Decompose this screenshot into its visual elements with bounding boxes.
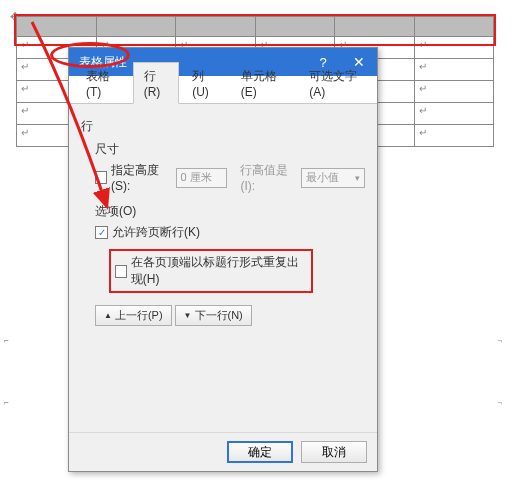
tab-table[interactable]: 表格(T) xyxy=(75,62,131,103)
tab-row[interactable]: 行(R) xyxy=(133,62,180,104)
tab-cell[interactable]: 单元格(E) xyxy=(230,62,297,103)
row-height-mode-dropdown[interactable]: 最小值 xyxy=(301,168,365,188)
table-cell[interactable] xyxy=(17,17,97,37)
page-corner: ¬ xyxy=(497,398,502,407)
page-corner: ¬ xyxy=(497,336,502,345)
page-corner: ⌐ xyxy=(4,336,9,345)
size-label: 尺寸 xyxy=(95,141,365,158)
specify-height-label: 指定高度(S): xyxy=(111,162,172,193)
ok-button[interactable]: 确定 xyxy=(227,441,293,463)
repeat-header-checkbox[interactable] xyxy=(115,265,127,278)
next-row-button[interactable]: ▼下一行(N) xyxy=(175,305,252,326)
row-height-is-label: 行高值是(I): xyxy=(240,162,296,193)
dialog-content: 行 尺寸 指定高度(S): 0 厘米 行高值是(I): 最小值 选项(O) ✓ … xyxy=(69,104,377,432)
allow-break-checkbox[interactable]: ✓ xyxy=(95,226,108,239)
row-section-label: 行 xyxy=(81,118,365,135)
page-corner: ⌐ xyxy=(4,398,9,407)
tab-column[interactable]: 列(U) xyxy=(181,62,228,103)
dialog-footer: 确定 取消 xyxy=(69,432,377,471)
table-properties-dialog: 表格属性 ? ✕ 表格(T) 行(R) 列(U) 单元格(E) 可选文字(A) … xyxy=(68,47,378,472)
prev-row-button[interactable]: ▲上一行(P) xyxy=(95,305,172,326)
allow-break-label: 允许跨页断行(K) xyxy=(112,224,200,241)
tab-strip: 表格(T) 行(R) 列(U) 单元格(E) 可选文字(A) xyxy=(69,76,377,104)
down-triangle-icon: ▼ xyxy=(184,311,192,320)
annotation-repeat-header-highlight: 在各页顶端以标题行形式重复出现(H) xyxy=(109,249,313,293)
up-triangle-icon: ▲ xyxy=(104,311,112,320)
tab-alt-text[interactable]: 可选文字(A) xyxy=(298,62,375,103)
options-label: 选项(O) xyxy=(95,203,365,220)
height-spinner[interactable]: 0 厘米 xyxy=(176,168,227,188)
cancel-button[interactable]: 取消 xyxy=(301,441,367,463)
specify-height-checkbox[interactable] xyxy=(95,171,107,184)
repeat-header-label: 在各页顶端以标题行形式重复出现(H) xyxy=(131,254,307,288)
